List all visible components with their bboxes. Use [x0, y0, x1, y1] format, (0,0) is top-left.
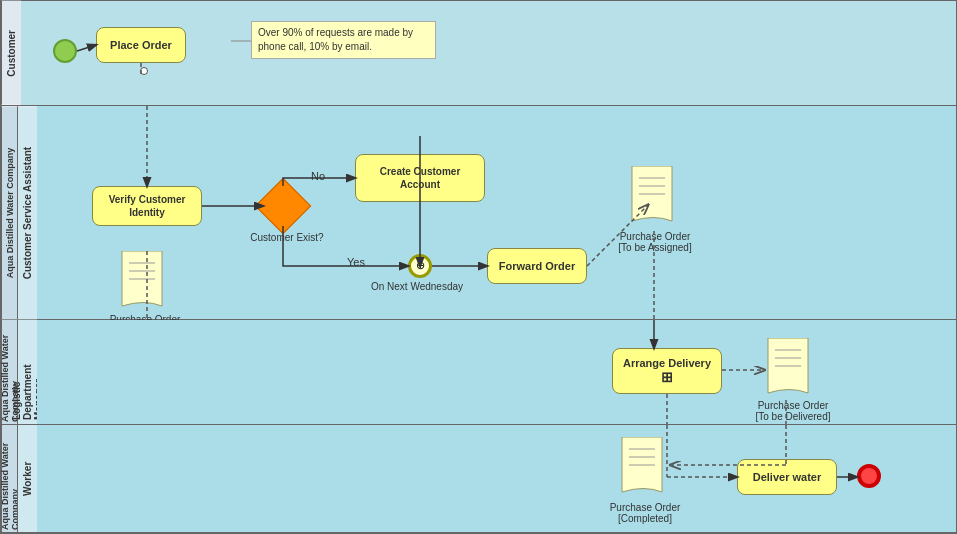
deliver-water-task[interactable]: Deliver water [737, 459, 837, 495]
lane-worker: Aqua Distilled Water Company Worker Purc… [1, 425, 956, 533]
po-create-svg [117, 251, 172, 316]
flow-dot [140, 67, 148, 75]
group-label-aqua3: Aqua Distilled Water Company [1, 425, 17, 532]
lane-customer: Customer Place Order Over 90% of request… [1, 1, 956, 106]
lane-ldm-label: Logistic Department Manager [17, 320, 37, 424]
annotation-box: Over 90% of requests are made by phone c… [251, 21, 436, 59]
diagram-container: Customer Place Order Over 90% of request… [0, 0, 957, 534]
gateway-label: Customer Exist? [247, 232, 327, 243]
end-event [857, 464, 881, 488]
po-delivered-svg [763, 338, 818, 403]
po-assigned-doc [627, 166, 682, 235]
lane-worker-content: Purchase Order [Completed] Deliver water [37, 425, 956, 532]
po-delivered-doc [763, 338, 818, 407]
po-completed-svg [617, 437, 672, 502]
lane-csa: Aqua Distilled Water Company Customer Se… [1, 106, 956, 320]
lane-csa-label: Customer Service Assistant [17, 106, 37, 319]
po-assigned-svg [627, 166, 682, 231]
lane-csa-content: Verify CustomerIdentity Customer Exist? … [37, 106, 956, 319]
create-account-task[interactable]: Create CustomerAccount [355, 154, 485, 202]
intermediate-event-wed[interactable]: ⊕ [408, 254, 432, 278]
on-next-wednesday-label: On Next Wednesday [357, 281, 477, 292]
po-completed-doc [617, 437, 672, 506]
lane-customer-label: Customer [1, 1, 21, 105]
arrange-delivery-task[interactable]: Arrange Delivery ⊞ [612, 348, 722, 394]
po-completed-label: Purchase Order [Completed] [605, 502, 685, 524]
forward-order-task[interactable]: Forward Order [487, 248, 587, 284]
lane-ldm: Aqua Distilled Water Company Logistic De… [1, 320, 956, 425]
no-label: No [311, 170, 325, 182]
verify-identity-task[interactable]: Verify CustomerIdentity [92, 186, 202, 226]
gateway-customer-exist [255, 177, 312, 234]
po-delivered-label: Purchase Order [To be Delivered] [753, 400, 833, 422]
start-event [53, 39, 77, 63]
po-assigned-label: Purchase Order [To be Assigned] [615, 231, 695, 253]
lane-ldm-content: Arrange Delivery ⊞ Purchase Order [To be… [37, 320, 956, 424]
lane-worker-label: Worker [17, 425, 37, 532]
lane-customer-content: Place Order Over 90% of requests are mad… [21, 1, 956, 105]
po-create-doc [117, 251, 172, 320]
place-order-task[interactable]: Place Order [96, 27, 186, 63]
yes-label: Yes [347, 256, 365, 268]
group-label-aqua: Aqua Distilled Water Company [1, 106, 17, 319]
svg-line-0 [77, 45, 96, 51]
